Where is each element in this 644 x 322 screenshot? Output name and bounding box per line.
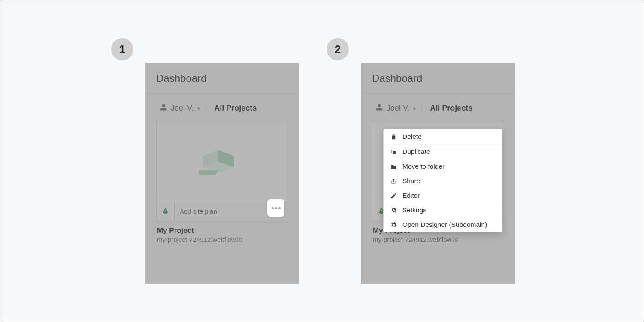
user-icon (375, 103, 383, 113)
step-badge-1: 1 (111, 38, 133, 60)
chevron-right-icon: 〉 (420, 104, 426, 112)
pencil-icon (390, 193, 397, 199)
folder-icon (390, 163, 397, 170)
menu-item-delete[interactable]: Delete (384, 129, 502, 144)
project-meta: My Project my-project-724912.webflow.io (145, 220, 299, 243)
dashboard-panel-step-2: Dashboard Joel V. ▼ 〉 All Projects (361, 63, 515, 284)
page-title: Dashboard (372, 72, 422, 84)
rocket-icon[interactable] (157, 202, 175, 220)
preview-illustration (199, 142, 246, 181)
breadcrumb-current[interactable]: All Projects (430, 104, 472, 113)
project-preview (157, 121, 288, 202)
step-badge-2: 2 (327, 38, 349, 60)
svg-rect-3 (199, 170, 218, 175)
project-url[interactable]: my-project-724912.webflow.io (157, 236, 287, 243)
menu-label: Duplicate (402, 148, 430, 156)
more-options-button[interactable] (267, 199, 284, 217)
duplicate-icon (390, 149, 397, 155)
project-card[interactable]: Add site plan (156, 121, 288, 220)
menu-label: Move to folder (402, 163, 444, 170)
page-title: Dashboard (156, 72, 206, 84)
trash-icon (390, 134, 397, 140)
project-context-menu: Delete Duplicate Move to folder Share Ed… (383, 129, 502, 232)
breadcrumb-user[interactable]: Joel V. (387, 104, 409, 113)
step-number: 1 (119, 43, 125, 56)
share-icon (390, 178, 397, 184)
menu-item-move[interactable]: Move to folder (384, 159, 502, 174)
project-url[interactable]: my-project-724912.webflow.io (373, 236, 503, 243)
dot-icon (272, 207, 274, 209)
caret-down-icon[interactable]: ▼ (412, 106, 417, 111)
menu-label: Share (402, 177, 420, 185)
add-site-plan-label: Add site plan (180, 208, 217, 215)
project-name[interactable]: My Project (157, 226, 287, 235)
breadcrumb-user[interactable]: Joel V. (171, 104, 194, 113)
gear-icon (390, 207, 397, 214)
breadcrumb: Joel V. ▼ 〉 All Projects (145, 94, 299, 121)
step-number: 2 (335, 43, 341, 56)
menu-item-editor[interactable]: Editor (384, 188, 502, 203)
menu-label: Editor (402, 192, 420, 199)
breadcrumb: Joel V. ▼ 〉 All Projects (361, 94, 515, 121)
panel-header: Dashboard (361, 63, 515, 94)
dot-icon (275, 207, 277, 209)
menu-label: Settings (402, 206, 426, 214)
menu-item-open-designer[interactable]: Open Designer (Subdomain) (384, 217, 502, 232)
breadcrumb-current[interactable]: All Projects (214, 104, 257, 113)
dot-icon (278, 207, 281, 209)
caret-down-icon[interactable]: ▼ (196, 106, 201, 111)
menu-item-duplicate[interactable]: Duplicate (384, 144, 502, 159)
dashboard-panel-step-1: Dashboard Joel V. ▼ 〉 All Projects (145, 63, 299, 284)
menu-label: Open Designer (Subdomain) (402, 221, 487, 229)
menu-label: Delete (402, 133, 422, 141)
menu-item-settings[interactable]: Settings (384, 203, 502, 217)
panel-header: Dashboard (145, 63, 299, 94)
menu-item-share[interactable]: Share (384, 174, 502, 188)
user-icon (160, 103, 167, 113)
gear-icon (390, 222, 397, 228)
chevron-right-icon: 〉 (204, 104, 211, 112)
